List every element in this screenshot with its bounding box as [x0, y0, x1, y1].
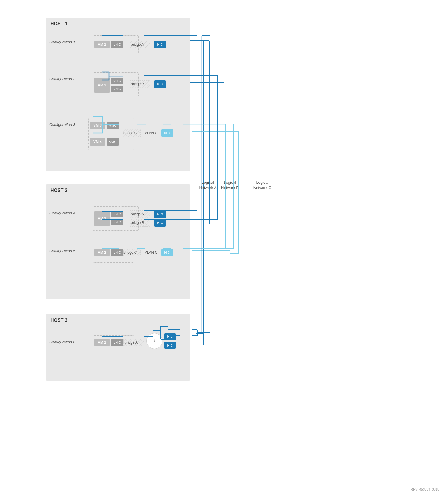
nic-bottom-host3: NIC — [164, 342, 176, 349]
vm1-vnic: vNIC — [111, 41, 123, 48]
host3-vnic: vNIC — [111, 339, 123, 346]
bridge-a-label-c1: bridge A — [130, 42, 144, 47]
bridge-c-label-c5: bridge C — [123, 250, 137, 255]
config4-label: Configuration 4 — [49, 211, 75, 215]
vlan-c-label-c5: VLAN C — [145, 250, 157, 255]
vlan-c-label-c3: VLAN C — [145, 131, 157, 135]
config2-label: Configuration 2 — [49, 77, 75, 81]
nic-c2-host1: NIC — [154, 80, 166, 88]
vm4-vnic: vNIC — [107, 138, 119, 146]
vm4-box: VM 4 — [90, 138, 105, 146]
config5-label: Configuration 5 — [49, 249, 75, 253]
host3-title: HOST 3 — [46, 314, 190, 325]
nic-c1-host1: NIC — [154, 41, 166, 48]
watermark: RHV_453539_0818 — [411, 488, 439, 491]
bridge-b-label-c4: bridge B — [130, 221, 144, 225]
vm2-vnic-top: vNIC — [111, 78, 123, 84]
vm3-box: VM 3 — [90, 122, 105, 129]
host3-block: HOST 3 Configuration 6 VM 1 vNIC bridge … — [46, 314, 190, 381]
vm3-vnic: vNIC — [107, 122, 119, 129]
nic-c3-host1: NIC — [161, 129, 173, 137]
bridge-c-label-c3: bridge C — [123, 131, 137, 135]
vm2-box: VM 2 — [94, 78, 110, 93]
nic-top-host3: NIC — [164, 333, 176, 340]
host2-block: HOST 2 Configuration 4 VM 1 vNIC vNIC br… — [46, 184, 190, 299]
config3-label: Configuration 3 — [49, 122, 75, 127]
vm1-box: VM 1 — [94, 41, 110, 48]
host1-block: HOST 1 Configuration 1 VM 1 vNIC bridge … — [46, 18, 190, 171]
host2-vm2-vnic: vNIC — [111, 249, 123, 256]
logical-network-c-label: LogicalNetwork C — [251, 180, 274, 191]
nic-c4-bottom-host2: NIC — [154, 219, 166, 227]
svg-rect-117 — [209, 75, 218, 219]
logical-network-a-label: LogicalNetwork A — [196, 180, 220, 191]
host3-vm1-box: VM 1 — [94, 339, 110, 346]
host2-vm1-box: VM 1 — [94, 211, 110, 226]
vm2-vnic-bottom: vNIC — [111, 86, 123, 92]
host1-title: HOST 1 — [46, 18, 190, 29]
config1-label: Configuration 1 — [49, 40, 75, 44]
host2-vm2-box: VM 2 — [94, 249, 110, 256]
bond-box-host3: bond — [147, 333, 162, 349]
bridge-a-label-c6: bridge A — [123, 340, 138, 345]
bridge-b-label-c2: bridge B — [130, 82, 144, 86]
host2-vm1-vnic-top: vNIC — [111, 211, 123, 217]
host2-title: HOST 2 — [46, 184, 190, 196]
host2-vm1-vnic-bottom: vNIC — [111, 219, 123, 225]
nic-c5-host2: NIC — [161, 249, 173, 256]
bridge-a-label-c4: bridge A — [130, 212, 144, 216]
nic-c4-top-host2: NIC — [154, 210, 166, 218]
config6-label: Configuration 6 — [49, 340, 75, 344]
logical-network-b-label: LogicalNetwork B — [218, 180, 242, 191]
